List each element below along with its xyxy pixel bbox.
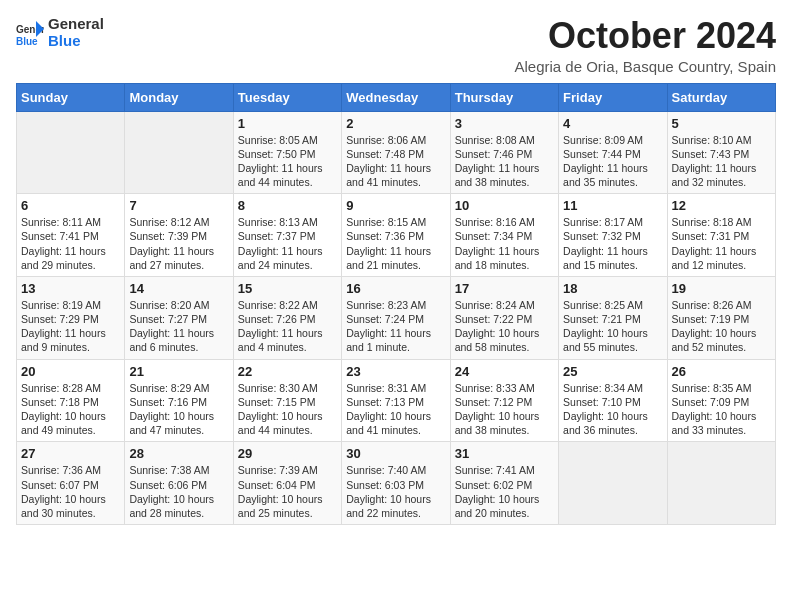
day-number: 23	[346, 364, 445, 379]
page-header: General Blue General Blue October 2024 A…	[16, 16, 776, 75]
day-number: 1	[238, 116, 337, 131]
calendar-cell: 23Sunrise: 8:31 AMSunset: 7:13 PMDayligh…	[342, 359, 450, 442]
day-info: Sunrise: 8:29 AMSunset: 7:16 PMDaylight:…	[129, 381, 228, 438]
calendar-cell: 8Sunrise: 8:13 AMSunset: 7:37 PMDaylight…	[233, 194, 341, 277]
calendar-cell: 27Sunrise: 7:36 AMSunset: 6:07 PMDayligh…	[17, 442, 125, 525]
calendar-cell: 4Sunrise: 8:09 AMSunset: 7:44 PMDaylight…	[559, 111, 667, 194]
calendar-cell: 10Sunrise: 8:16 AMSunset: 7:34 PMDayligh…	[450, 194, 558, 277]
day-info: Sunrise: 8:25 AMSunset: 7:21 PMDaylight:…	[563, 298, 662, 355]
day-number: 12	[672, 198, 771, 213]
day-number: 8	[238, 198, 337, 213]
calendar-cell: 5Sunrise: 8:10 AMSunset: 7:43 PMDaylight…	[667, 111, 775, 194]
day-info: Sunrise: 8:06 AMSunset: 7:48 PMDaylight:…	[346, 133, 445, 190]
day-number: 14	[129, 281, 228, 296]
day-info: Sunrise: 8:17 AMSunset: 7:32 PMDaylight:…	[563, 215, 662, 272]
day-info: Sunrise: 8:12 AMSunset: 7:39 PMDaylight:…	[129, 215, 228, 272]
calendar-cell: 7Sunrise: 8:12 AMSunset: 7:39 PMDaylight…	[125, 194, 233, 277]
logo: General Blue General Blue	[16, 16, 104, 49]
day-number: 25	[563, 364, 662, 379]
day-info: Sunrise: 8:10 AMSunset: 7:43 PMDaylight:…	[672, 133, 771, 190]
calendar-cell: 22Sunrise: 8:30 AMSunset: 7:15 PMDayligh…	[233, 359, 341, 442]
day-info: Sunrise: 8:35 AMSunset: 7:09 PMDaylight:…	[672, 381, 771, 438]
calendar-cell: 11Sunrise: 8:17 AMSunset: 7:32 PMDayligh…	[559, 194, 667, 277]
day-header-friday: Friday	[559, 83, 667, 111]
day-info: Sunrise: 8:11 AMSunset: 7:41 PMDaylight:…	[21, 215, 120, 272]
calendar-cell: 25Sunrise: 8:34 AMSunset: 7:10 PMDayligh…	[559, 359, 667, 442]
day-number: 2	[346, 116, 445, 131]
calendar-week-row: 13Sunrise: 8:19 AMSunset: 7:29 PMDayligh…	[17, 276, 776, 359]
calendar-cell: 18Sunrise: 8:25 AMSunset: 7:21 PMDayligh…	[559, 276, 667, 359]
day-info: Sunrise: 7:41 AMSunset: 6:02 PMDaylight:…	[455, 463, 554, 520]
day-info: Sunrise: 7:38 AMSunset: 6:06 PMDaylight:…	[129, 463, 228, 520]
day-info: Sunrise: 7:40 AMSunset: 6:03 PMDaylight:…	[346, 463, 445, 520]
calendar-cell: 17Sunrise: 8:24 AMSunset: 7:22 PMDayligh…	[450, 276, 558, 359]
day-number: 22	[238, 364, 337, 379]
day-number: 6	[21, 198, 120, 213]
day-info: Sunrise: 8:13 AMSunset: 7:37 PMDaylight:…	[238, 215, 337, 272]
day-info: Sunrise: 8:31 AMSunset: 7:13 PMDaylight:…	[346, 381, 445, 438]
calendar-week-row: 6Sunrise: 8:11 AMSunset: 7:41 PMDaylight…	[17, 194, 776, 277]
calendar-cell: 15Sunrise: 8:22 AMSunset: 7:26 PMDayligh…	[233, 276, 341, 359]
day-info: Sunrise: 8:18 AMSunset: 7:31 PMDaylight:…	[672, 215, 771, 272]
calendar-week-row: 1Sunrise: 8:05 AMSunset: 7:50 PMDaylight…	[17, 111, 776, 194]
calendar-cell: 16Sunrise: 8:23 AMSunset: 7:24 PMDayligh…	[342, 276, 450, 359]
day-info: Sunrise: 8:05 AMSunset: 7:50 PMDaylight:…	[238, 133, 337, 190]
day-number: 17	[455, 281, 554, 296]
calendar-cell: 26Sunrise: 8:35 AMSunset: 7:09 PMDayligh…	[667, 359, 775, 442]
day-number: 26	[672, 364, 771, 379]
day-number: 5	[672, 116, 771, 131]
calendar-week-row: 27Sunrise: 7:36 AMSunset: 6:07 PMDayligh…	[17, 442, 776, 525]
day-info: Sunrise: 8:22 AMSunset: 7:26 PMDaylight:…	[238, 298, 337, 355]
calendar-cell: 24Sunrise: 8:33 AMSunset: 7:12 PMDayligh…	[450, 359, 558, 442]
day-info: Sunrise: 8:23 AMSunset: 7:24 PMDaylight:…	[346, 298, 445, 355]
calendar-cell: 29Sunrise: 7:39 AMSunset: 6:04 PMDayligh…	[233, 442, 341, 525]
title-area: October 2024 Alegria de Oria, Basque Cou…	[514, 16, 776, 75]
svg-text:Blue: Blue	[16, 36, 38, 47]
calendar-cell: 3Sunrise: 8:08 AMSunset: 7:46 PMDaylight…	[450, 111, 558, 194]
calendar-cell: 20Sunrise: 8:28 AMSunset: 7:18 PMDayligh…	[17, 359, 125, 442]
day-info: Sunrise: 8:20 AMSunset: 7:27 PMDaylight:…	[129, 298, 228, 355]
day-number: 29	[238, 446, 337, 461]
calendar-cell: 28Sunrise: 7:38 AMSunset: 6:06 PMDayligh…	[125, 442, 233, 525]
calendar-cell: 14Sunrise: 8:20 AMSunset: 7:27 PMDayligh…	[125, 276, 233, 359]
day-number: 21	[129, 364, 228, 379]
day-info: Sunrise: 7:36 AMSunset: 6:07 PMDaylight:…	[21, 463, 120, 520]
calendar-cell	[667, 442, 775, 525]
location-title: Alegria de Oria, Basque Country, Spain	[514, 58, 776, 75]
day-info: Sunrise: 8:28 AMSunset: 7:18 PMDaylight:…	[21, 381, 120, 438]
day-number: 10	[455, 198, 554, 213]
calendar-cell	[125, 111, 233, 194]
day-number: 30	[346, 446, 445, 461]
month-title: October 2024	[514, 16, 776, 56]
day-info: Sunrise: 8:16 AMSunset: 7:34 PMDaylight:…	[455, 215, 554, 272]
day-info: Sunrise: 8:30 AMSunset: 7:15 PMDaylight:…	[238, 381, 337, 438]
day-number: 4	[563, 116, 662, 131]
day-info: Sunrise: 7:39 AMSunset: 6:04 PMDaylight:…	[238, 463, 337, 520]
calendar-week-row: 20Sunrise: 8:28 AMSunset: 7:18 PMDayligh…	[17, 359, 776, 442]
logo-blue: Blue	[48, 33, 104, 50]
day-number: 20	[21, 364, 120, 379]
day-number: 27	[21, 446, 120, 461]
calendar-cell: 21Sunrise: 8:29 AMSunset: 7:16 PMDayligh…	[125, 359, 233, 442]
logo-icon: General Blue	[16, 19, 44, 47]
day-info: Sunrise: 8:24 AMSunset: 7:22 PMDaylight:…	[455, 298, 554, 355]
day-info: Sunrise: 8:19 AMSunset: 7:29 PMDaylight:…	[21, 298, 120, 355]
day-number: 7	[129, 198, 228, 213]
calendar-cell: 13Sunrise: 8:19 AMSunset: 7:29 PMDayligh…	[17, 276, 125, 359]
day-info: Sunrise: 8:26 AMSunset: 7:19 PMDaylight:…	[672, 298, 771, 355]
calendar-cell	[17, 111, 125, 194]
day-info: Sunrise: 8:15 AMSunset: 7:36 PMDaylight:…	[346, 215, 445, 272]
day-number: 3	[455, 116, 554, 131]
day-header-saturday: Saturday	[667, 83, 775, 111]
calendar-cell: 31Sunrise: 7:41 AMSunset: 6:02 PMDayligh…	[450, 442, 558, 525]
calendar-cell: 9Sunrise: 8:15 AMSunset: 7:36 PMDaylight…	[342, 194, 450, 277]
day-number: 9	[346, 198, 445, 213]
day-info: Sunrise: 8:09 AMSunset: 7:44 PMDaylight:…	[563, 133, 662, 190]
calendar-cell: 1Sunrise: 8:05 AMSunset: 7:50 PMDaylight…	[233, 111, 341, 194]
day-number: 19	[672, 281, 771, 296]
calendar-cell	[559, 442, 667, 525]
calendar-table: SundayMondayTuesdayWednesdayThursdayFrid…	[16, 83, 776, 525]
day-number: 31	[455, 446, 554, 461]
day-header-monday: Monday	[125, 83, 233, 111]
day-number: 28	[129, 446, 228, 461]
